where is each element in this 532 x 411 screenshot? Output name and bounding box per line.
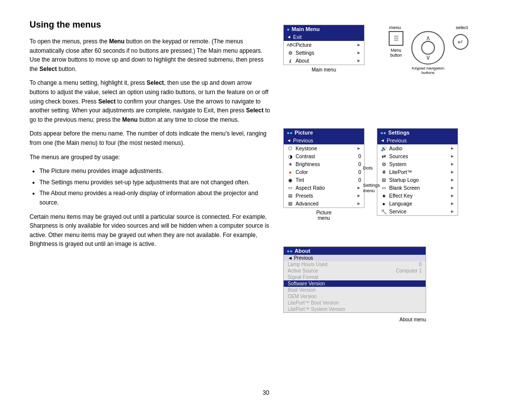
settings-menu-audio: 🔊 Audio ► (377, 144, 458, 152)
picture-dots: ●● (287, 130, 293, 136)
menu-button: ☰ (389, 31, 403, 46)
keystone-icon: ⬡ (287, 146, 294, 151)
info-icon: i (287, 58, 294, 63)
about-menu-wrap: ●● About ◄ Previous Lamp Hours Used 0 Ac… (283, 246, 426, 322)
main-menu-about: i About ► (284, 57, 364, 65)
main-menu-box: ● Main Menu ◄ Exit ABC Picture ► ⚙ Se (283, 25, 365, 65)
settings-icon: ⚙ (287, 50, 294, 55)
picture-menu-keystone: ⬡ Keystone ► (284, 144, 364, 152)
paragraph-5: Certain menu items may be grayed out unt… (30, 212, 271, 249)
tint-icon: ◉ (287, 177, 294, 182)
about-signal-format: Signal Format (284, 274, 426, 280)
main-menu-caption: Main menu (283, 67, 365, 72)
arrow-right: ► (357, 146, 361, 151)
picture-icon: ABC (287, 42, 294, 47)
presets-icon: ▤ (287, 193, 294, 198)
nav-circle: ∧ ∨ (411, 31, 445, 65)
system-icon: ⚙ (380, 162, 387, 167)
arrow-right: ► (450, 170, 455, 174)
menu-button-label: Menubutton (390, 48, 402, 58)
enter-icon: ↵ (458, 38, 464, 46)
chevron-down-icon: ∨ (426, 53, 431, 62)
picture-menu-brightness: ☀ Brightness 0 (284, 160, 364, 168)
picture-menu-wrap: ●● Picture ◄ Previous ⬡ Keystone ► ◑ (283, 128, 365, 221)
about-caption-wrap: About menu (283, 315, 426, 322)
picture-menu-aspect: ▭ Aspect Ratio ► (284, 184, 364, 192)
advanced-icon: ▧ (287, 201, 294, 206)
settings-menu-language: ● Language ► (377, 200, 458, 207)
select-button: ↵ (453, 34, 468, 50)
arrow-right: ► (450, 193, 455, 198)
nav-circle-group: ∧ ∨ Keypad navigationbuttons (411, 31, 445, 75)
paragraph-2: To change a menu setting, highlight it, … (30, 78, 271, 124)
about-boot-version: Boot Version (284, 287, 426, 293)
picture-menu-box: ●● Picture ◄ Previous ⬡ Keystone ► ◑ (283, 128, 365, 208)
arrow-right: ► (450, 162, 455, 167)
about-active-source: Active Source Computer 1 (284, 268, 426, 274)
arrow-right: ► (357, 185, 361, 190)
settings-menu-startup-logo: ▤ Startup Logo ► (377, 176, 458, 184)
service-icon: 🔧 (380, 209, 387, 214)
arrow-right: ► (450, 177, 455, 182)
settings-menu-title: ●● Settings (377, 129, 458, 137)
picture-menu-tint: ◉ Tint 0 (284, 176, 364, 184)
sources-icon: ⇄ (380, 154, 387, 159)
main-menu-dot: ● (287, 27, 290, 32)
liteport-icon: 🖥 (380, 170, 387, 174)
page-title: Using the menus (30, 20, 271, 30)
settings-menu-liteport: 🖥 LitePort™ ► (377, 168, 458, 176)
picture-menu-color: ● Color 0 (284, 168, 364, 176)
about-dots: ●● (287, 248, 293, 254)
left-column: Using the menus To open the menus, press… (30, 20, 271, 254)
settings-menu-box: ●● Settings ◄ Previous 🔊 Audio ► ⇄ S (377, 128, 458, 216)
picture-menu-caption: Picturemenu (283, 210, 365, 221)
effect-key-icon: ★ (380, 193, 387, 198)
chevron-up-icon: ∧ (426, 34, 431, 42)
picture-menu-advanced: ▧ Advanced ► (284, 200, 364, 207)
page-number: 30 (263, 389, 269, 396)
arrow-right: ► (450, 146, 455, 151)
brightness-icon: ☀ (287, 162, 294, 167)
bullet-3: The About menu provides a read-only disp… (39, 189, 271, 207)
about-liteport-boot: LitePort™ Boot Version (284, 300, 426, 306)
nav-center (421, 41, 435, 55)
settings-dots: ●● (380, 130, 386, 136)
paragraph-3: Dots appear before the menu name. The nu… (30, 129, 271, 147)
about-previous: ◄ Previous (284, 255, 426, 261)
startup-icon: ▤ (380, 177, 387, 182)
settings-menu-label: Settingsmenu (363, 182, 380, 193)
bullet-2: The Settings menu provides set-up type a… (39, 178, 271, 187)
bullet-list: The Picture menu provides image adjustme… (39, 167, 271, 207)
settings-menu-service: 🔧 Service ► (377, 207, 458, 215)
about-software-version: Software Version (284, 280, 426, 287)
settings-menu-effect-key: ★ Effect Key ► (377, 192, 458, 200)
arrow-right: ► (450, 185, 455, 190)
settings-menu-previous: ◄ Previous (377, 137, 458, 144)
main-menu-wrap: ● Main Menu ◄ Exit ABC Picture ► ⚙ Se (283, 25, 365, 72)
about-lamp-hours: Lamp Hours Used 0 (284, 261, 426, 268)
main-menu-picture: ABC Picture ► (284, 41, 364, 49)
settings-menu-system: ⚙ System ► (377, 160, 458, 168)
contrast-icon: ◑ (287, 154, 294, 159)
keypad-top-labels: menu select (384, 25, 473, 30)
keypad-row: ☰ Menubutton ∧ ∨ Keypad navigationbutton… (384, 31, 473, 75)
arrow-right: ► (450, 154, 455, 159)
bullet-1: The Picture menu provides image adjustme… (39, 167, 271, 176)
main-menu-exit: ◄ Exit (284, 33, 364, 41)
nav-caption: Keypad navigationbuttons (412, 66, 444, 75)
menu-button-icon: ☰ (394, 35, 399, 42)
about-menu-title: ●● About (284, 247, 426, 255)
back-arrow-icon: ◄ (287, 34, 291, 39)
arrow-right: ► (357, 201, 361, 206)
menu-button-group: ☰ Menubutton (389, 31, 403, 58)
about-liteport-system: LitePort™ System Version (284, 306, 426, 312)
aspect-icon: ▭ (287, 185, 294, 190)
audio-icon: 🔊 (380, 146, 387, 151)
picture-menu-previous: ◄ Previous (284, 137, 364, 144)
blank-screen-icon: ▭ (380, 185, 387, 190)
settings-menu-sources: ⇄ Sources ► (377, 152, 458, 160)
about-oem-version: OEM Version (284, 293, 426, 300)
menu-label: menu (389, 25, 401, 30)
color-icon: ● (287, 170, 294, 174)
arrow-right: ► (450, 209, 455, 214)
